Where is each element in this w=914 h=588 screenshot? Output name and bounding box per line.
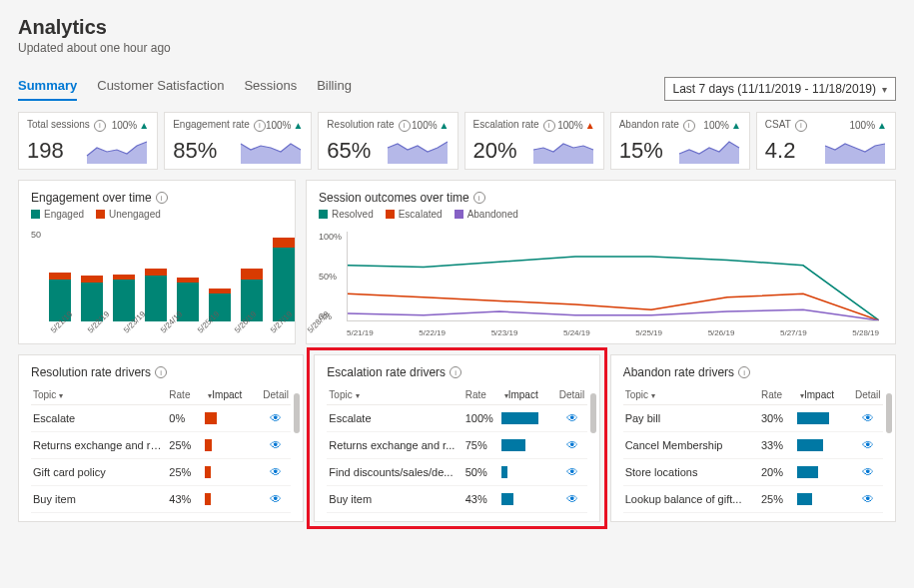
info-icon[interactable]: i [254,120,266,132]
detail-link-icon[interactable]: 👁 [566,411,578,425]
col-rate[interactable]: Rate [167,385,203,405]
trend-up-icon: ▲ [139,120,149,131]
legend-label: Resolved [332,209,374,220]
bar-column [241,234,263,321]
chevron-down-icon: ▾ [882,84,887,95]
topic-cell: Store locations [623,459,759,486]
topic-cell: Lookup balance of gift... [623,486,759,513]
page-subtitle: Updated about one hour ago [18,41,896,55]
kpi-card: Engagement ratei 100%▲ 85% [164,112,312,170]
col-topic[interactable]: Topic▾ [623,385,759,405]
rate-cell: 43% [463,486,499,513]
bar-segment-engaged [113,280,135,321]
scrollbar[interactable] [886,393,892,433]
kpi-card: Escalation ratei 100%▲ 20% [464,112,604,170]
col-impact[interactable]: ▾Impact [795,385,853,405]
info-icon[interactable]: i [156,192,168,204]
col-topic[interactable]: Topic▾ [31,385,167,405]
bar-column [145,234,167,321]
info-icon[interactable]: i [94,120,106,132]
rate-cell: 50% [463,459,499,486]
impact-cell [795,432,853,459]
col-rate[interactable]: Rate [463,385,499,405]
x-axis-label: 5/25/19 [635,328,662,337]
table-row: Escalate 0% 👁 [31,405,291,432]
svg-marker-4 [679,142,739,164]
kpi-percent: 100%▲ [850,120,887,131]
scrollbar[interactable] [294,393,300,433]
col-rate[interactable]: Rate [759,385,795,405]
driver-card: Abandon rate driversi Topic▾ Rate ▾Impac… [610,354,896,522]
bar-column [113,234,135,321]
kpi-title: Abandon ratei [619,119,695,132]
bar-column [273,234,295,321]
detail-link-icon[interactable]: 👁 [566,465,578,479]
impact-cell [499,405,557,432]
info-icon[interactable]: i [399,120,411,132]
col-impact[interactable]: ▾Impact [499,385,557,405]
bar-segment-unengaged [145,269,167,276]
kpi-value: 65% [327,138,371,164]
tab-sessions[interactable]: Sessions [244,78,297,101]
svg-marker-5 [825,144,885,164]
y-axis-label: 50 [31,230,41,240]
impact-cell [203,459,261,486]
detail-link-icon[interactable]: 👁 [862,465,874,479]
info-icon[interactable]: i [683,120,695,132]
kpi-title: CSATi [765,119,807,132]
sparkline [85,134,149,164]
topic-cell: Returns exchange and r... [327,432,462,459]
y-axis-label: 0% [319,311,342,321]
kpi-percent: 100%▲ [112,120,149,131]
detail-link-icon[interactable]: 👁 [862,438,874,452]
detail-link-icon[interactable]: 👁 [862,492,874,506]
info-icon[interactable]: i [155,366,167,378]
y-axis-label: 50% [319,272,342,282]
tab-customer-satisfaction[interactable]: Customer Satisfaction [97,78,224,101]
detail-link-icon[interactable]: 👁 [862,411,874,425]
table-row: Escalate 100% 👁 [327,405,586,432]
info-icon[interactable]: i [450,366,461,378]
topic-cell: Returns exchange and re... [31,432,167,459]
info-icon[interactable]: i [795,120,807,132]
legend-label: Escalated [399,209,443,220]
col-detail: Detail [261,385,291,405]
page-title: Analytics [18,16,896,39]
topic-cell: Escalate [327,405,462,432]
tab-summary[interactable]: Summary [18,78,77,101]
legend-swatch-escalated [386,210,395,219]
x-axis-label: 5/28/19 [852,328,879,337]
impact-cell [795,486,853,513]
topic-cell: Gift card policy [31,459,167,486]
tab-billing[interactable]: Billing [317,78,352,101]
detail-link-icon[interactable]: 👁 [270,492,282,506]
x-axis-label: 5/27/19 [780,328,807,337]
card-title: Abandon rate drivers [623,365,734,379]
detail-link-icon[interactable]: 👁 [270,465,282,479]
detail-link-icon[interactable]: 👁 [566,438,578,452]
driver-table: Topic▾ Rate ▾Impact Detail Escalate 100%… [327,385,586,513]
kpi-title: Escalation ratei [473,119,555,132]
table-row: Returns exchange and re... 25% 👁 [31,432,291,459]
detail-link-icon[interactable]: 👁 [566,492,578,506]
y-axis-label: 100% [319,232,342,242]
date-range-picker[interactable]: Last 7 days (11/11/2019 - 11/18/2019) ▾ [664,77,896,101]
kpi-title: Resolution ratei [327,119,410,132]
info-icon[interactable]: i [543,120,555,132]
kpi-card: Total sessionsi 100%▲ 198 [18,112,158,170]
info-icon[interactable]: i [738,366,750,378]
kpi-percent: 100%▲ [412,120,449,131]
legend-swatch-unengaged [96,210,105,219]
detail-link-icon[interactable]: 👁 [270,411,282,425]
info-icon[interactable]: i [473,192,485,204]
bar-segment-engaged [145,276,167,321]
bar-column [177,234,199,321]
col-impact[interactable]: ▾Impact [203,385,261,405]
col-topic[interactable]: Topic▾ [327,385,462,405]
kpi-card: Resolution ratei 100%▲ 65% [318,112,457,170]
detail-link-icon[interactable]: 👁 [270,438,282,452]
driver-table: Topic▾ Rate ▾Impact Detail Pay bill 30% … [623,385,883,513]
x-axis-label: 5/22/19 [419,328,446,337]
kpi-title: Engagement ratei [173,119,266,132]
scrollbar[interactable] [590,393,596,433]
